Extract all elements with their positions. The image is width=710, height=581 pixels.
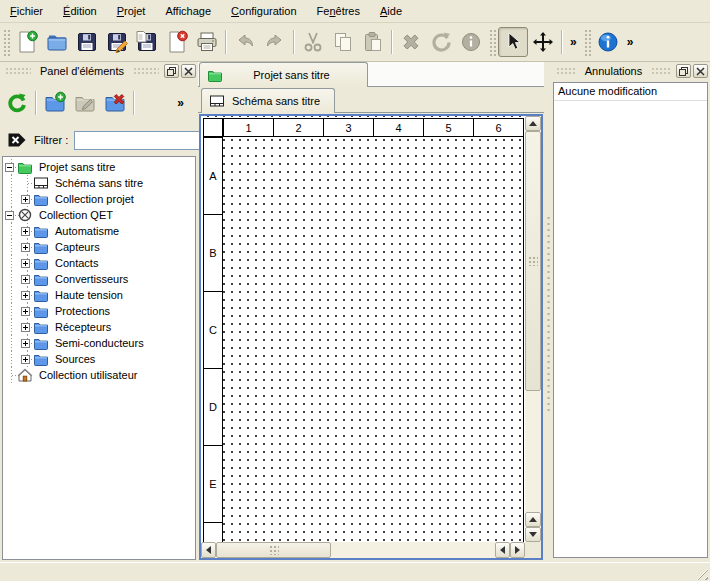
- scroll-left-button[interactable]: [201, 542, 216, 558]
- tree-item-automatisme[interactable]: Automatisme: [3, 223, 195, 239]
- arrow-right-icon: [515, 546, 520, 554]
- menu-affichage[interactable]: Affichage: [155, 2, 221, 20]
- expand-icon[interactable]: [21, 307, 30, 316]
- panel-toolbar-overflow[interactable]: »: [173, 96, 188, 110]
- menu-aide[interactable]: Aide: [370, 2, 412, 20]
- expand-icon[interactable]: [21, 243, 30, 252]
- modes-toolbar-overflow[interactable]: »: [566, 35, 581, 49]
- qelectrotech-window: FichierÉditionProjetAffichageConfigurati…: [0, 0, 710, 581]
- diagram-view[interactable]: 123456ABCDE: [199, 114, 543, 560]
- tree-item-recepteurs[interactable]: Récepteurs: [3, 319, 195, 335]
- undo-dock-titlebar[interactable]: Annulations: [553, 62, 708, 80]
- row-header-d: D: [203, 368, 223, 446]
- vertical-scrollbar[interactable]: [525, 116, 541, 542]
- elements-panel-titlebar[interactable]: Panel d'éléments: [2, 62, 196, 80]
- tree-indent: [5, 303, 21, 319]
- folder-blue-icon: [33, 319, 49, 335]
- panel-float-button[interactable]: [164, 64, 179, 78]
- tree-item-collection-qet[interactable]: Collection QET: [3, 207, 195, 223]
- tree-item-contacts[interactable]: Contacts: [3, 255, 195, 271]
- tree-indent: [5, 287, 21, 303]
- undo-history-list: Aucune modification: [553, 82, 708, 558]
- cursor-arrow-icon: [501, 30, 525, 54]
- tree-indent: [5, 191, 21, 207]
- expand-icon[interactable]: [21, 291, 30, 300]
- panel-close-button[interactable]: [181, 64, 196, 78]
- tree-item-projet-sans-titre[interactable]: Projet sans titre: [3, 159, 195, 175]
- menu-edition[interactable]: Édition: [53, 2, 107, 20]
- scroll-up-button[interactable]: [525, 116, 541, 131]
- undo-dock-close-button[interactable]: [693, 64, 708, 78]
- clear-filter-button[interactable]: [6, 129, 28, 151]
- tree-item-collection-utilisateur[interactable]: Collection utilisateur: [3, 367, 195, 383]
- expand-icon[interactable]: [21, 195, 30, 204]
- info-toolbar-overflow[interactable]: »: [623, 35, 638, 49]
- open-button[interactable]: [42, 27, 72, 57]
- menu-bar: FichierÉditionProjetAffichageConfigurati…: [0, 0, 710, 23]
- vertical-scrollbar-thumb[interactable]: [525, 131, 541, 391]
- tree-item-haute-tension[interactable]: Haute tension: [3, 287, 195, 303]
- print-button[interactable]: [192, 27, 222, 57]
- menu-fichier[interactable]: Fichier: [0, 2, 53, 20]
- expand-icon[interactable]: [21, 355, 30, 364]
- new-document-button[interactable]: [12, 27, 42, 57]
- toolbar-handle[interactable]: [2, 28, 10, 56]
- scroll-left-button-2[interactable]: [495, 542, 510, 558]
- diagram-canvas[interactable]: 123456ABCDE: [201, 116, 525, 542]
- tree-item-protections[interactable]: Protections: [3, 303, 195, 319]
- scroll-up-button-2[interactable]: [525, 512, 541, 527]
- expand-icon[interactable]: [21, 323, 30, 332]
- tree-item-sources[interactable]: Sources: [3, 351, 195, 367]
- horizontal-scrollbar-track[interactable]: [331, 542, 495, 558]
- close-file-button[interactable]: [162, 27, 192, 57]
- project-folder-icon: [17, 159, 33, 175]
- horizontal-scrollbar[interactable]: [201, 542, 525, 558]
- collapse-icon[interactable]: [5, 211, 14, 220]
- save-all-button[interactable]: [132, 27, 162, 57]
- tree-item-convertisseurs[interactable]: Convertisseurs: [3, 271, 195, 287]
- dock-splitter[interactable]: [544, 62, 553, 560]
- tree-indent: [5, 239, 21, 255]
- delete-category-button[interactable]: [100, 88, 130, 118]
- column-header-3: 3: [323, 118, 374, 137]
- about-info-button[interactable]: [593, 27, 623, 57]
- expand-icon[interactable]: [21, 339, 30, 348]
- selection-mode-button[interactable]: [498, 27, 528, 57]
- scroll-down-button[interactable]: [525, 527, 541, 542]
- visualisation-mode-button[interactable]: [528, 27, 558, 57]
- tree-item-semiconducteurs[interactable]: Semi-conducteurs: [3, 335, 195, 351]
- toolbar-handle[interactable]: [488, 28, 496, 56]
- horizontal-scrollbar-thumb[interactable]: [216, 542, 331, 558]
- tree-item-capteurs[interactable]: Capteurs: [3, 239, 195, 255]
- save-as-button[interactable]: [102, 27, 132, 57]
- save-button[interactable]: [72, 27, 102, 57]
- folder-blue-icon: [33, 287, 49, 303]
- project-tab-label: Projet sans titre: [200, 69, 367, 81]
- undo-dock-float-button[interactable]: [676, 64, 691, 78]
- expand-icon[interactable]: [21, 275, 30, 284]
- qet-circle-icon: [17, 207, 33, 223]
- collapse-icon[interactable]: [5, 163, 14, 172]
- menu-fenetres[interactable]: Fenêtres: [307, 2, 370, 20]
- menu-projet[interactable]: Projet: [107, 2, 156, 20]
- toolbar-separator: [293, 30, 295, 54]
- vertical-scrollbar-track[interactable]: [525, 391, 541, 512]
- tab-schema-sans-titre[interactable]: Schéma sans titre: [201, 88, 335, 113]
- toolbar-handle[interactable]: [583, 28, 591, 56]
- tree-item-schema-sans-titre[interactable]: Schéma sans titre: [3, 175, 195, 191]
- tab-project-sans-titre[interactable]: Projet sans titre: [199, 62, 368, 87]
- row-header-partial: [203, 522, 223, 542]
- scroll-right-button[interactable]: [510, 542, 525, 558]
- project-tab-bar: Projet sans titre: [198, 62, 544, 87]
- elements-panel-toolbar: »: [2, 84, 196, 122]
- row-header-a: A: [203, 137, 223, 215]
- reload-collections-button[interactable]: [2, 88, 32, 118]
- expand-icon[interactable]: [21, 259, 30, 268]
- expand-icon[interactable]: [21, 227, 30, 236]
- tree-item-collection-projet[interactable]: Collection projet: [3, 191, 195, 207]
- resize-grip[interactable]: [695, 567, 708, 580]
- new-category-button[interactable]: [40, 88, 70, 118]
- column-header-6: 6: [473, 118, 524, 137]
- undo-list-item[interactable]: Aucune modification: [554, 83, 707, 101]
- menu-configuration[interactable]: Configuration: [221, 2, 306, 20]
